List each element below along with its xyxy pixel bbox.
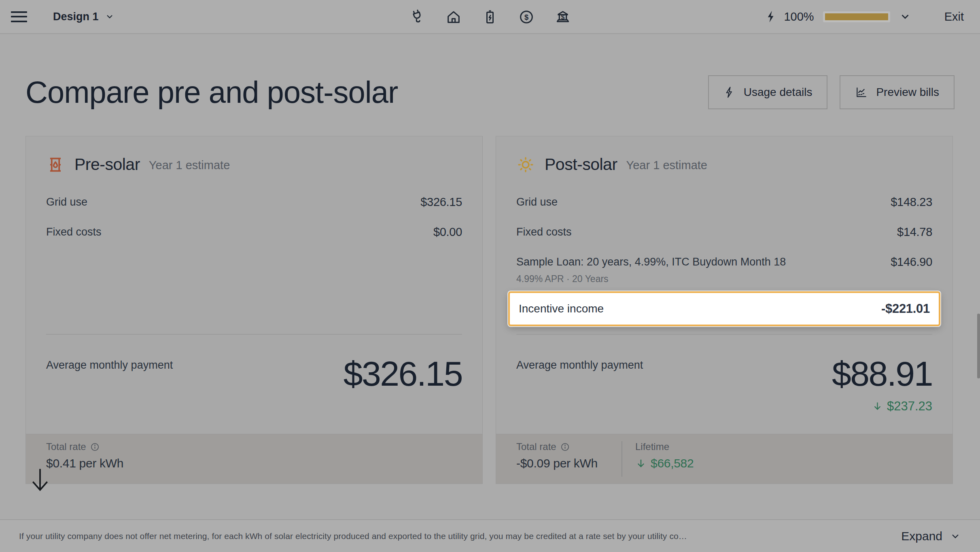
vertical-scrollbar-thumb[interactable] [977,314,980,378]
incentive-income-label: Incentive income [519,302,604,315]
usage-details-button[interactable]: Usage details [708,75,828,109]
usage-details-label: Usage details [744,86,812,99]
preview-bills-label: Preview bills [876,86,939,99]
row-value: $146.90 [891,255,932,269]
lifetime-savings-value: $66,582 [651,456,694,470]
total-rate-value: $0.41 per kWh [46,456,151,470]
sun-icon [516,155,535,174]
total-rate-label: Total rate [516,441,556,452]
post-solar-title: Post-solar [545,155,617,174]
post-solar-card: Post-solar Year 1 estimate Grid use $148… [496,136,953,484]
row-label: Grid use [516,195,558,209]
row-value: $326.15 [420,195,462,209]
energy-offset-progressbar [823,11,890,22]
lifetime-label: Lifetime [635,441,669,452]
energy-offset-percent: 100% [784,10,814,23]
battery-icon[interactable] [482,9,498,25]
line-chart-icon [855,86,868,99]
svg-text:$: $ [524,13,528,21]
cost-row-fixed-costs: Fixed costs $14.78 [516,225,932,239]
incentive-income-value: -$221.01 [881,301,930,316]
design-step-nav: $ $ [409,0,571,34]
info-icon[interactable] [90,442,100,452]
total-rate-label: Total rate [46,441,86,452]
expand-button[interactable]: Expand [901,529,961,543]
scroll-down-arrow-icon [28,467,52,494]
avg-monthly-payment-value: $326.15 [344,355,462,393]
loan-sublabel: 4.99% APR · 20 Years [516,272,786,286]
svg-text:$: $ [561,14,565,21]
cost-row-grid-use: Grid use $326.15 [46,195,462,209]
pre-solar-card: Pre-solar Year 1 estimate Grid use $326.… [25,136,483,484]
arrow-down-icon [635,458,647,469]
oil-barrel-icon [46,155,65,174]
energy-offset-progress-fill [825,13,888,20]
loan-label: Sample Loan: 20 years, 4.99%, ITC Buydow… [516,256,786,268]
preview-bills-button[interactable]: Preview bills [840,75,955,109]
design-selector-label: Design 1 [53,11,99,23]
row-value: $14.78 [897,225,932,239]
row-label: Fixed costs [516,225,572,239]
cost-row-fixed-costs: Fixed costs $0.00 [46,225,462,239]
monthly-savings: $237.23 [872,399,932,414]
bolt-icon [764,10,778,23]
menu-icon[interactable] [11,11,27,22]
avg-monthly-payment-value: $88.91 [832,355,932,393]
row-value: $148.23 [891,195,932,209]
main-content: Compare pre and post-solar Usage details… [0,35,980,484]
plug-icon[interactable] [409,9,425,25]
cost-row-loan: Sample Loan: 20 years, 4.99%, ITC Buydow… [516,255,932,286]
avg-monthly-payment-label: Average monthly payment [516,355,643,434]
bottom-bar: If your utility company does not offer n… [0,519,980,552]
energy-offset-group: 100% Exit [764,10,964,23]
pre-solar-subtitle: Year 1 estimate [149,159,230,172]
post-solar-subtitle: Year 1 estimate [626,159,707,172]
chevron-down-icon[interactable] [899,11,911,23]
chevron-down-icon [105,12,115,21]
arrow-down-icon [872,401,883,412]
top-bar: Design 1 $ [0,0,980,34]
chevron-down-icon [950,531,961,542]
pre-solar-title: Pre-solar [74,155,140,174]
monthly-savings-value: $237.23 [887,399,932,414]
utility-rate-icon[interactable]: $ [555,9,571,25]
bolt-icon [723,86,736,98]
total-rate-value: -$0.09 per kWh [516,456,622,470]
home-icon[interactable] [445,9,462,25]
avg-monthly-payment-label: Average monthly payment [46,355,173,434]
exit-button[interactable]: Exit [944,10,964,23]
dollar-coin-icon[interactable]: $ [518,9,535,25]
net-metering-note: If your utility company does not offer n… [19,531,901,541]
design-selector[interactable]: Design 1 [53,11,115,23]
expand-label: Expand [901,529,942,543]
info-icon[interactable] [560,442,570,452]
row-label: Fixed costs [46,225,102,239]
row-label: Grid use [46,195,87,209]
row-value: $0.00 [433,225,462,239]
cost-row-grid-use: Grid use $148.23 [516,195,932,209]
page-title: Compare pre and post-solar [25,76,398,108]
incentive-income-highlight-row: Incentive income -$221.01 [508,291,940,326]
